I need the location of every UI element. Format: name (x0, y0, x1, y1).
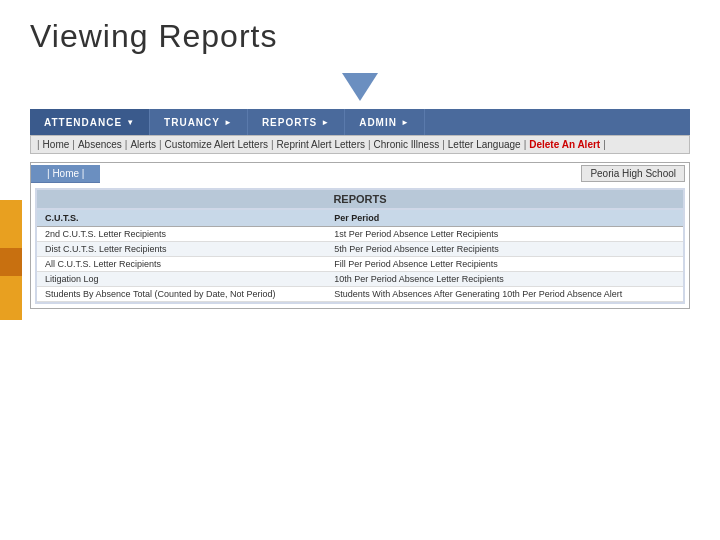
report-col1[interactable]: Students By Absence Total (Counted by Da… (37, 287, 326, 302)
subnav-customize[interactable]: Customize Alert Letters (162, 139, 271, 150)
reports-area: REPORTS C.U.T.S. Per Period 2nd C.U.T.S.… (35, 188, 685, 304)
nav-label-attendance: ATTENDANCE (44, 117, 122, 128)
nav-label-admin: ADMIN (359, 117, 397, 128)
table-row: Litigation Log10th Per Period Absence Le… (37, 272, 683, 287)
report-col1[interactable]: All C.U.T.S. Letter Recipients (37, 257, 326, 272)
subnav-delete[interactable]: Delete An Alert (526, 139, 603, 150)
nav-label-truancy: TRUANCY (164, 117, 220, 128)
subnav-absences[interactable]: Absences (75, 139, 125, 150)
nav-arrow-admin: ► (401, 118, 410, 127)
nav-bar: ATTENDANCE ▼ TRUANCY ► REPORTS ► ADMIN ► (30, 109, 690, 135)
nav-item-attendance[interactable]: ATTENDANCE ▼ (30, 109, 150, 135)
nav-item-reports[interactable]: REPORTS ► (248, 109, 345, 135)
inner-nav: | Home | (31, 165, 100, 183)
sub-nav: | Home | Absences | Alerts | Customize A… (30, 135, 690, 154)
table-row: 2nd C.U.T.S. Letter Recipients1st Per Pe… (37, 227, 683, 242)
school-name-box: Peoria High School (581, 165, 685, 182)
report-col1[interactable]: 2nd C.U.T.S. Letter Recipients (37, 227, 326, 242)
down-arrow-icon (342, 73, 378, 101)
page-title: Viewing Reports (30, 18, 690, 55)
report-col1[interactable]: Dist C.U.T.S. Letter Recipients (37, 242, 326, 257)
subnav-reprint[interactable]: Reprint Alert Letters (274, 139, 368, 150)
table-row: All C.U.T.S. Letter RecipientsFill Per P… (37, 257, 683, 272)
report-col2[interactable]: Fill Per Period Absence Letter Recipient… (326, 257, 683, 272)
subnav-language[interactable]: Letter Language (445, 139, 524, 150)
report-col2[interactable]: 1st Per Period Absence Letter Recipients (326, 227, 683, 242)
left-bar-inner (0, 248, 22, 276)
nav-label-reports: REPORTS (262, 117, 317, 128)
col2-header: Per Period (326, 210, 683, 227)
title-area: Viewing Reports (0, 0, 720, 65)
arrow-container (0, 69, 720, 105)
report-col1[interactable]: Litigation Log (37, 272, 326, 287)
nav-item-admin[interactable]: ADMIN ► (345, 109, 425, 135)
reports-table: C.U.T.S. Per Period 2nd C.U.T.S. Letter … (37, 210, 683, 302)
page-container: Viewing Reports ATTENDANCE ▼ TRUANCY ► R… (0, 0, 720, 540)
nav-arrow-truancy: ► (224, 118, 233, 127)
report-col2[interactable]: 5th Per Period Absence Letter Recipients (326, 242, 683, 257)
inner-nav-home[interactable]: | Home | (39, 168, 92, 179)
table-row: Dist C.U.T.S. Letter Recipients5th Per P… (37, 242, 683, 257)
report-col2[interactable]: 10th Per Period Absence Letter Recipient… (326, 272, 683, 287)
col1-header: C.U.T.S. (37, 210, 326, 227)
subnav-alerts[interactable]: Alerts (127, 139, 159, 150)
report-col2[interactable]: Students With Absences After Generating … (326, 287, 683, 302)
subnav-home[interactable]: Home (40, 139, 73, 150)
school-bar: | Home | Peoria High School (31, 163, 689, 184)
table-row: Students By Absence Total (Counted by Da… (37, 287, 683, 302)
main-content: | Home | Peoria High School REPORTS C.U.… (30, 162, 690, 309)
subnav-chronic[interactable]: Chronic Illness (371, 139, 443, 150)
nav-item-truancy[interactable]: TRUANCY ► (150, 109, 248, 135)
reports-title: REPORTS (37, 190, 683, 208)
nav-arrow-attendance: ▼ (126, 118, 135, 127)
nav-arrow-reports: ► (321, 118, 330, 127)
